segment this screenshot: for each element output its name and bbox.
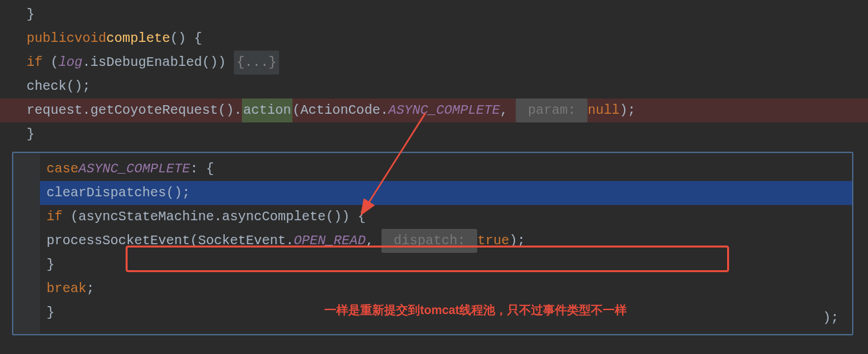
annotation-text: 一样是重新提交到tomcat线程池，只不过事件类型不一样 <box>324 299 627 321</box>
class-name: ActionCode <box>300 98 380 122</box>
popup-selected-line[interactable]: clearDispatches(); <box>40 181 852 205</box>
code-line: } <box>27 3 868 27</box>
code-editor: } public void complete() { if (log.isDeb… <box>0 0 868 146</box>
method-call: clearDispatches <box>47 181 166 205</box>
popup-code-line: case ASYNC_COMPLETE: { <box>47 157 852 181</box>
parens-semi: (); <box>66 75 90 98</box>
popup-code-line: if (asyncStateMachine.asyncComplete()) { <box>47 205 852 229</box>
method-action-highlighted: action <box>242 98 292 122</box>
variable: request <box>27 98 82 122</box>
keyword-break: break <box>47 277 86 301</box>
close-brace: } <box>27 122 35 146</box>
variable: asyncStateMachine <box>78 205 214 229</box>
code-line-highlighted: request.getCoyoteRequest().action(Action… <box>0 98 868 122</box>
paren-open: ( <box>292 98 300 122</box>
code-line: check(); <box>27 75 868 98</box>
code-line: } <box>27 122 868 146</box>
paren-close-brace: ()) { <box>326 205 366 229</box>
paren-close-semi: ); <box>619 98 635 122</box>
parens: () <box>170 27 186 51</box>
param-hint: param: <box>516 98 588 122</box>
open-brace: { <box>186 27 202 51</box>
dot: . <box>82 51 90 75</box>
parens-semi: (); <box>166 181 190 205</box>
method-call: isDebugEnabled <box>90 51 202 75</box>
close-brace: } <box>47 253 54 277</box>
keyword-if: if <box>47 205 62 229</box>
comma: , <box>500 98 516 122</box>
dot: . <box>82 98 90 122</box>
popup-code-line: break; <box>47 277 852 301</box>
paren-open: ( <box>62 205 78 229</box>
keyword-case: case <box>47 157 78 181</box>
code-line: if (log.isDebugEnabled()) {...} <box>27 51 868 75</box>
code-fold[interactable]: {...} <box>234 51 279 75</box>
parens-dot: (). <box>218 98 242 122</box>
method-call: getCoyoteRequest <box>90 98 218 122</box>
paren-open: ( <box>43 51 58 75</box>
dot: . <box>380 98 388 122</box>
dot: . <box>214 205 222 229</box>
close-brace: } <box>27 3 35 27</box>
popup-gutter <box>13 153 40 334</box>
semicolon: ; <box>86 277 94 301</box>
variable-log: log <box>58 51 82 75</box>
enum-value: ASYNC_COMPLETE <box>388 98 500 122</box>
enum-value: ASYNC_COMPLETE <box>78 157 190 181</box>
keyword-public: public <box>27 27 74 51</box>
keyword-void: void <box>74 27 106 51</box>
code-line: public void complete() { <box>27 27 868 51</box>
method-call: asyncComplete <box>222 205 326 229</box>
close-brace: } <box>47 301 54 325</box>
keyword-if: if <box>27 51 43 75</box>
keyword-null: null <box>588 98 619 122</box>
trailing-chars: ); <box>823 306 839 330</box>
paren-close: ()) <box>202 51 234 75</box>
annotation-box <box>126 246 729 272</box>
method-call: check <box>27 75 66 98</box>
colon-brace: : { <box>190 157 214 181</box>
method-name: complete <box>106 27 170 51</box>
